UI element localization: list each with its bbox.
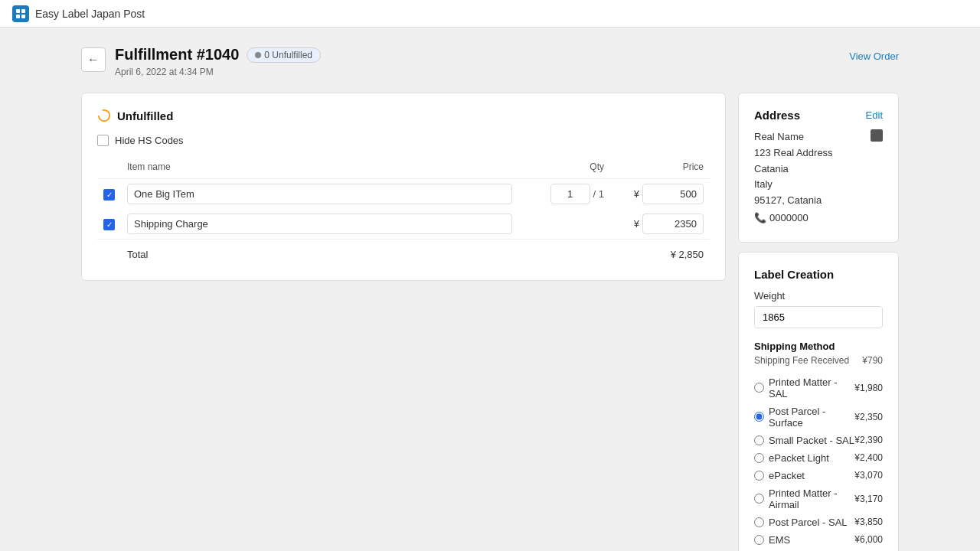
fulfillment-title: Fulfillment #1040 0 Unfulfilled (115, 46, 321, 64)
shipping-label-text-4: ePacket (769, 470, 805, 481)
table-row: ¥ (97, 209, 710, 240)
item-name-input-0[interactable] (127, 184, 512, 204)
shipping-label-text-0: Printed Matter - SAL (769, 377, 854, 399)
item-checkbox-0[interactable] (103, 189, 115, 201)
header-title-group: Fulfillment #1040 0 Unfulfilled April 6,… (115, 46, 321, 77)
col-check (97, 158, 121, 179)
address-postal: 95127, Catania (754, 193, 883, 209)
unfulfilled-icon (97, 109, 111, 122)
price-input-0[interactable] (642, 184, 704, 204)
col-item-name: Item name (121, 158, 518, 179)
total-label: Total (121, 240, 518, 266)
shipping-label-text-7: EMS (769, 534, 790, 546)
section-title: Unfulfilled (117, 109, 173, 122)
shipping-label-text-2: Small Packet - SAL (769, 435, 854, 446)
price-input-1[interactable] (642, 214, 704, 234)
shipping-option-label-2[interactable]: Small Packet - SAL (754, 435, 854, 446)
svg-rect-0 (16, 9, 20, 13)
shipping-option: EMS¥6,000 (754, 531, 883, 549)
table-header: Item name Qty Price (97, 158, 710, 179)
shipping-option-label-3[interactable]: ePacket Light (754, 452, 829, 464)
total-value: ¥ 2,850 (610, 240, 710, 266)
shipping-option: Post Parcel - SAL¥3,850 (754, 514, 883, 531)
view-order-link[interactable]: View Order (849, 51, 899, 62)
shipping-radio-5[interactable] (754, 494, 764, 504)
app-logo: Easy Label Japan Post (12, 5, 145, 22)
shipping-option-label-0[interactable]: Printed Matter - SAL (754, 377, 854, 399)
col-qty: Qty (518, 158, 610, 179)
shipping-fee-row: Shipping Fee Received ¥790 (754, 355, 883, 366)
header-left: ← Fulfillment #1040 0 Unfulfilled April … (81, 46, 321, 77)
shipping-option: ePacket¥3,070 (754, 467, 883, 484)
address-name: Real Name (754, 129, 804, 145)
qty-input-0[interactable] (550, 184, 590, 204)
edit-address-link[interactable]: Edit (866, 109, 883, 121)
shipping-option-label-7[interactable]: EMS (754, 534, 790, 546)
shipping-options-container: Printed Matter - SAL¥1,980Post Parcel - … (754, 373, 883, 549)
logo-icon (12, 5, 29, 22)
shipping-radio-6[interactable] (754, 517, 764, 527)
page-content: ← Fulfillment #1040 0 Unfulfilled April … (69, 28, 911, 551)
status-text: 0 Unfulfilled (264, 50, 312, 60)
shipping-price-2: ¥2,390 (854, 435, 883, 445)
page-header: ← Fulfillment #1040 0 Unfulfilled April … (81, 46, 899, 77)
weight-input-row: g (754, 306, 883, 328)
shipping-fee-value: ¥790 (862, 355, 883, 366)
shipping-radio-2[interactable] (754, 435, 764, 445)
address-city: Catania (754, 161, 883, 178)
shipping-option-label-4[interactable]: ePacket (754, 470, 805, 481)
phone-row: 📞 0000000 (754, 210, 883, 227)
item-name-input-1[interactable] (127, 214, 512, 234)
shipping-price-5: ¥3,170 (854, 494, 883, 504)
address-phone: 0000000 (769, 210, 808, 227)
shipping-radio-7[interactable] (754, 535, 764, 545)
shipping-option-label-5[interactable]: Printed Matter - Airmail (754, 487, 854, 510)
svg-rect-3 (21, 15, 25, 18)
hide-hs-codes-row: Hide HS Codes (97, 135, 710, 146)
shipping-radio-0[interactable] (754, 383, 764, 393)
shipping-fee-label: Shipping Fee Received (754, 355, 849, 366)
phone-icon: 📞 (754, 210, 766, 227)
fulfillment-card: Unfulfilled Hide HS Codes Item name Qty … (81, 93, 726, 281)
shipping-radio-1[interactable] (754, 412, 764, 422)
status-badge: 0 Unfulfilled (247, 47, 321, 63)
yen-symbol-1: ¥ (634, 218, 639, 230)
label-creation-card: Label Creation Weight g Shipping Method … (738, 252, 899, 551)
hide-hs-codes-checkbox[interactable] (97, 135, 109, 146)
svg-rect-1 (21, 9, 25, 13)
shipping-method-title: Shipping Method (754, 341, 883, 352)
shipping-option: ePacket Light¥2,400 (754, 449, 883, 467)
address-country: Italy (754, 177, 883, 193)
shipping-option-label-6[interactable]: Post Parcel - SAL (754, 517, 848, 528)
two-col-layout: Unfulfilled Hide HS Codes Item name Qty … (81, 93, 899, 551)
shipping-option-label-1[interactable]: Post Parcel - Surface (754, 406, 854, 429)
table-row: / 1¥ (97, 179, 710, 210)
address-details: Real Name 123 Real Address Catania Italy… (754, 129, 883, 227)
shipping-radio-4[interactable] (754, 471, 764, 481)
address-title: Address (754, 109, 800, 122)
right-column: Address Edit Real Name 123 Real Address … (738, 93, 899, 551)
copy-icon[interactable] (871, 129, 883, 142)
shipping-option: Post Parcel - Surface¥2,350 (754, 403, 883, 432)
address-street: 123 Real Address (754, 145, 883, 161)
fulfillment-number: Fulfillment #1040 (115, 46, 239, 64)
back-button[interactable]: ← (81, 47, 106, 72)
shipping-price-0: ¥1,980 (854, 383, 883, 393)
shipping-option: Printed Matter - Airmail¥3,170 (754, 484, 883, 514)
shipping-radio-3[interactable] (754, 453, 764, 463)
shipping-price-4: ¥3,070 (854, 470, 883, 481)
weight-label: Weight (754, 290, 883, 302)
shipping-label-text-5: Printed Matter - Airmail (769, 487, 854, 510)
hide-hs-codes-label: Hide HS Codes (115, 135, 184, 146)
top-bar: Easy Label Japan Post (0, 0, 980, 28)
shipping-label-text-3: ePacket Light (769, 452, 829, 464)
shipping-price-6: ¥3,850 (854, 517, 883, 527)
weight-input[interactable] (755, 307, 883, 328)
header-date: April 6, 2022 at 4:34 PM (115, 67, 321, 77)
shipping-option: Small Packet - SAL¥2,390 (754, 432, 883, 449)
section-header: Unfulfilled (97, 109, 710, 122)
shipping-label-text-1: Post Parcel - Surface (769, 406, 854, 429)
shipping-price-3: ¥2,400 (854, 452, 883, 463)
left-column: Unfulfilled Hide HS Codes Item name Qty … (81, 93, 726, 293)
item-checkbox-1[interactable] (103, 219, 115, 230)
